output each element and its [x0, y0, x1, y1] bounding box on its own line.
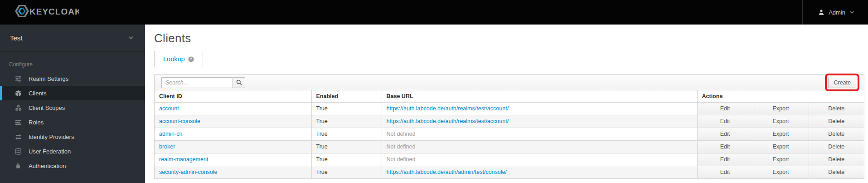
- clients-table: Client ID Enabled Base URL Actions accou…: [155, 90, 864, 178]
- export-button[interactable]: Export: [753, 115, 809, 128]
- search-input[interactable]: [161, 77, 233, 88]
- sidebar-item-realm-settings[interactable]: Realm Settings: [0, 71, 145, 86]
- cell-base-url: https://auth.labcode.de/auth/realms/test…: [382, 102, 697, 115]
- cell-action: Export: [753, 102, 809, 115]
- delete-button[interactable]: Delete: [809, 153, 864, 166]
- edit-button[interactable]: Edit: [698, 153, 753, 166]
- sidebar-item-label: Identity Providers: [29, 134, 74, 140]
- svg-text:?: ?: [189, 57, 192, 61]
- main-content: Clients Lookup ?: [145, 25, 868, 183]
- cell-action: Edit: [697, 128, 753, 140]
- table-toolbar: Create: [155, 75, 864, 90]
- client-id-link[interactable]: account: [159, 105, 179, 112]
- annotation-red-box: Create: [828, 77, 856, 88]
- sidebar-item-roles[interactable]: Roles: [0, 115, 145, 129]
- cell-action: Export: [753, 166, 809, 178]
- realm-selector[interactable]: Test: [0, 25, 145, 52]
- database-icon: [15, 148, 22, 155]
- cell-action: Export: [753, 128, 809, 140]
- table-row: admin-cli True Not defined EditExportDel…: [155, 128, 864, 140]
- base-url-link[interactable]: https://auth.labcode.de/auth/admin/test/…: [387, 169, 507, 175]
- sidebar-item-label: Realm Settings: [29, 75, 68, 82]
- clients-datatable: Create Client ID Enabled Base URL Action…: [154, 74, 864, 179]
- cell-action: Delete: [809, 166, 864, 178]
- client-id-link[interactable]: realm-management: [159, 156, 208, 163]
- top-bar: KEYCLOAK Admin: [0, 0, 868, 25]
- user-icon: [818, 9, 824, 15]
- chevron-down-icon: [128, 35, 134, 40]
- create-button[interactable]: Create: [828, 77, 856, 88]
- sidebar-item-client-scopes[interactable]: Client Scopes: [0, 100, 145, 115]
- exchange-icon: [15, 133, 22, 140]
- export-button[interactable]: Export: [753, 141, 809, 153]
- cell-action: Edit: [697, 166, 753, 178]
- sidebar-item-identity-providers[interactable]: Identity Providers: [0, 129, 145, 144]
- base-url-not-defined: Not defined: [387, 131, 416, 137]
- cell-enabled: True: [311, 166, 382, 178]
- search-button[interactable]: [233, 77, 245, 88]
- tab-lookup[interactable]: Lookup ?: [154, 51, 203, 67]
- cell-base-url: https://auth.labcode.de/auth/realms/test…: [382, 115, 697, 128]
- sidebar-item-label: Roles: [29, 119, 44, 126]
- delete-button[interactable]: Delete: [809, 166, 864, 178]
- sidebar-item-clients[interactable]: Clients: [0, 86, 145, 100]
- cubes-icon: [15, 104, 22, 111]
- export-button[interactable]: Export: [753, 153, 809, 166]
- export-button[interactable]: Export: [753, 166, 809, 178]
- table-header-row: Client ID Enabled Base URL Actions: [155, 90, 864, 102]
- cell-base-url: Not defined: [382, 128, 697, 140]
- cell-client-id: admin-cli: [155, 128, 311, 140]
- column-header-base-url[interactable]: Base URL: [382, 90, 697, 102]
- tab-lookup-label: Lookup: [163, 55, 185, 63]
- edit-button[interactable]: Edit: [698, 141, 753, 153]
- export-button[interactable]: Export: [753, 128, 809, 140]
- cell-client-id: broker: [155, 140, 311, 153]
- realm-selector-label: Test: [10, 34, 23, 42]
- sidebar-item-label: Client Scopes: [29, 104, 65, 111]
- column-header-client-id[interactable]: Client ID: [155, 90, 311, 102]
- cell-enabled: True: [311, 128, 382, 140]
- delete-button[interactable]: Delete: [809, 141, 864, 153]
- cell-action: Edit: [697, 140, 753, 153]
- client-id-link[interactable]: security-admin-console: [159, 169, 218, 175]
- cell-base-url: https://auth.labcode.de/auth/admin/test/…: [382, 166, 697, 178]
- column-header-actions: Actions: [697, 90, 864, 102]
- sidebar-item-label: Clients: [29, 90, 47, 97]
- sidebar-nav: Realm Settings Clients Client Scopes Rol…: [0, 71, 145, 173]
- cell-action: Delete: [809, 128, 864, 140]
- base-url-link[interactable]: https://auth.labcode.de/auth/realms/test…: [387, 105, 509, 112]
- keycloak-logo-icon: KEYCLOAK: [11, 5, 79, 20]
- edit-button[interactable]: Edit: [698, 128, 753, 140]
- cell-action: Export: [753, 115, 809, 128]
- export-button[interactable]: Export: [753, 103, 809, 115]
- cell-client-id: realm-management: [155, 153, 311, 166]
- cell-enabled: True: [311, 115, 382, 128]
- sidebar-item-user-federation[interactable]: User Federation: [0, 144, 145, 158]
- tab-strip: Lookup ?: [154, 51, 864, 67]
- base-url-link[interactable]: https://auth.labcode.de/auth/realms/test…: [387, 118, 509, 124]
- chevron-down-icon: [849, 10, 854, 15]
- edit-button[interactable]: Edit: [698, 103, 753, 115]
- cell-client-id: account-console: [155, 115, 311, 128]
- client-id-link[interactable]: admin-cli: [159, 131, 182, 137]
- cell-action: Edit: [697, 153, 753, 166]
- sidebar-item-label: User Federation: [29, 148, 71, 155]
- cube-icon: [15, 89, 22, 97]
- client-id-link[interactable]: account-console: [159, 118, 200, 124]
- client-id-link[interactable]: broker: [159, 143, 175, 150]
- table-row: security-admin-console True https://auth…: [155, 166, 864, 178]
- base-url-not-defined: Not defined: [387, 143, 416, 150]
- table-row: account-console True https://auth.labcod…: [155, 115, 864, 128]
- edit-button[interactable]: Edit: [698, 115, 753, 128]
- delete-button[interactable]: Delete: [809, 103, 864, 115]
- delete-button[interactable]: Delete: [809, 128, 864, 140]
- user-menu[interactable]: Admin: [802, 0, 868, 25]
- sliders-icon: [15, 75, 22, 82]
- cell-action: Delete: [809, 153, 864, 166]
- sidebar-item-authentication[interactable]: Authentication: [0, 158, 145, 173]
- delete-button[interactable]: Delete: [809, 115, 864, 128]
- question-circle-icon[interactable]: ?: [188, 56, 194, 62]
- column-header-enabled[interactable]: Enabled: [311, 90, 382, 102]
- edit-button[interactable]: Edit: [698, 166, 753, 178]
- table-row: realm-management True Not defined EditEx…: [155, 153, 864, 166]
